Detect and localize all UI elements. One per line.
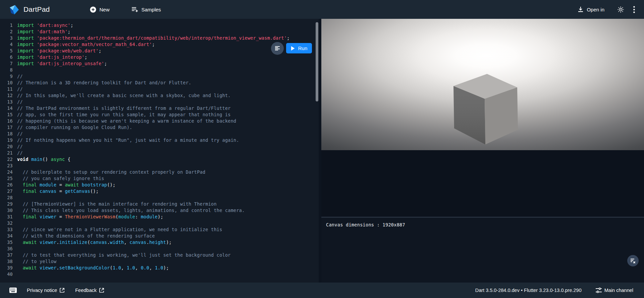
code-line[interactable]: 15// app, so the first time you run this… bbox=[0, 112, 319, 118]
code-text: final viewer = ThermionViewerWasm(module… bbox=[13, 214, 163, 220]
code-line[interactable]: 33 // since we're not in a Flutter appli… bbox=[0, 226, 319, 233]
privacy-notice-link[interactable]: Privacy notice bbox=[27, 288, 64, 293]
code-line[interactable]: 11// bbox=[0, 86, 319, 92]
code-line[interactable]: 37 // to test that everything is working… bbox=[0, 252, 319, 258]
code-text: // bbox=[13, 143, 23, 150]
code-line[interactable]: 36 bbox=[0, 246, 319, 252]
line-number: 6 bbox=[0, 54, 13, 60]
external-link-icon bbox=[60, 288, 64, 293]
code-text bbox=[13, 163, 17, 169]
code-text: // compiler running on Google Cloud Run)… bbox=[13, 124, 132, 131]
code-line[interactable]: 9// bbox=[0, 73, 319, 80]
code-line[interactable]: 30 // This class lets you load assets, l… bbox=[0, 207, 319, 214]
line-number: 13 bbox=[0, 99, 13, 105]
line-number: 19 bbox=[0, 137, 13, 143]
console-panel: Canvas dimensions : 644x298 bbox=[321, 218, 644, 283]
console-output-text: Canvas dimensions : 644x298 bbox=[326, 222, 405, 227]
line-number: 14 bbox=[0, 105, 13, 112]
code-line[interactable]: 18// bbox=[0, 131, 319, 137]
feedback-link[interactable]: Feedback bbox=[75, 288, 104, 293]
format-button[interactable] bbox=[271, 42, 284, 55]
code-line[interactable]: 8 bbox=[0, 67, 319, 73]
line-number: 1 bbox=[0, 22, 13, 29]
external-link-icon bbox=[99, 288, 104, 293]
code-line[interactable]: 10// Thermion is a 3D rendering toolkit … bbox=[0, 80, 319, 86]
code-text: // to test that everything is working, w… bbox=[13, 252, 231, 258]
code-text: // happening (this is because we aren't … bbox=[13, 118, 236, 124]
clear-console-button[interactable] bbox=[627, 255, 639, 266]
run-button[interactable]: Run bbox=[286, 43, 312, 53]
code-text: // This class lets you load assets, ligh… bbox=[13, 207, 245, 214]
code-line[interactable]: 34 // with the dimensions of the renderi… bbox=[0, 233, 319, 239]
code-line[interactable]: 17// compiler running on Google Cloud Ru… bbox=[0, 124, 319, 131]
code-text: // bbox=[13, 73, 23, 80]
code-line[interactable]: 25 // you can safely ignore this bbox=[0, 175, 319, 182]
code-line[interactable]: 24 // boilerplate to setup our rendering… bbox=[0, 169, 319, 175]
line-number: 12 bbox=[0, 92, 13, 99]
line-number: 36 bbox=[0, 246, 13, 252]
code-line[interactable]: 21// bbox=[0, 150, 319, 156]
top-bar: DartPad New Samples Open in bbox=[0, 0, 644, 19]
samples-button[interactable]: Samples bbox=[128, 4, 164, 14]
code-line[interactable]: 23 bbox=[0, 163, 319, 169]
open-in-button[interactable]: Open in bbox=[574, 4, 608, 14]
samples-button-label: Samples bbox=[141, 7, 161, 12]
keyboard-shortcuts-button[interactable] bbox=[9, 288, 17, 293]
code-line[interactable]: 7import 'dart:js_interop_unsafe'; bbox=[0, 60, 319, 67]
line-number: 18 bbox=[0, 131, 13, 137]
code-line[interactable]: 2import 'dart:math'; bbox=[0, 29, 319, 35]
code-text: void main() async { bbox=[13, 156, 70, 163]
code-line[interactable]: 12// In this sample, we'll create a basi… bbox=[0, 92, 319, 99]
code-text: import 'dart:js_interop'; bbox=[13, 54, 87, 60]
code-line[interactable]: 31 final viewer = ThermionViewerWasm(mod… bbox=[0, 214, 319, 220]
line-number: 27 bbox=[0, 188, 13, 195]
code-text bbox=[13, 271, 17, 278]
line-number: 37 bbox=[0, 252, 13, 258]
code-line[interactable]: 22void main() async { bbox=[0, 156, 319, 163]
code-line[interactable]: 27 final canvas = getCanvas(); bbox=[0, 188, 319, 195]
code-text: // to yellow bbox=[13, 258, 56, 265]
line-number: 35 bbox=[0, 239, 13, 246]
code-line[interactable]: 13// bbox=[0, 99, 319, 105]
line-number: 23 bbox=[0, 163, 13, 169]
new-button[interactable]: New bbox=[87, 4, 113, 15]
code-line[interactable]: 32 bbox=[0, 220, 319, 226]
code-line[interactable]: 38 // to yellow bbox=[0, 258, 319, 265]
code-editor[interactable]: 1import 'dart:async';2import 'dart:math'… bbox=[0, 19, 319, 283]
line-number: 31 bbox=[0, 214, 13, 220]
line-number: 25 bbox=[0, 175, 13, 182]
code-line[interactable]: 26 final module = await bootstrap(); bbox=[0, 182, 319, 188]
code-text: import 'package:web/web.dart'; bbox=[13, 48, 101, 54]
editor-scrollbar-thumb[interactable] bbox=[316, 22, 318, 101]
code-text: final canvas = getCanvas(); bbox=[13, 188, 99, 195]
code-text bbox=[13, 220, 17, 226]
line-number: 7 bbox=[0, 60, 13, 67]
panel-splitter[interactable] bbox=[319, 19, 321, 283]
code-text: // bbox=[13, 150, 23, 156]
code-line[interactable]: 28 bbox=[0, 195, 319, 201]
bottom-bar: Privacy notice Feedback Dart 3.5.0-284.0… bbox=[0, 283, 644, 298]
code-line[interactable]: 29 // [ThermionViewer] is the main inter… bbox=[0, 201, 319, 207]
code-line[interactable]: 20// bbox=[0, 143, 319, 150]
kebab-icon bbox=[633, 6, 635, 13]
code-line[interactable]: 6import 'dart:js_interop'; bbox=[0, 54, 319, 60]
overflow-menu-button[interactable] bbox=[627, 3, 641, 16]
format-align-icon bbox=[275, 46, 280, 51]
code-text: // bbox=[13, 86, 23, 92]
code-line[interactable]: 35 await viewer.initialize(canvas.width,… bbox=[0, 239, 319, 246]
line-number: 3 bbox=[0, 35, 13, 41]
code-text: // boilerplate to setup our rendering co… bbox=[13, 169, 205, 175]
code-line[interactable]: 16// happening (this is because we aren'… bbox=[0, 118, 319, 124]
samples-icon bbox=[131, 6, 138, 12]
channel-selector-button[interactable]: Main channel bbox=[596, 288, 633, 293]
line-number: 29 bbox=[0, 201, 13, 207]
code-line[interactable]: 1import 'dart:async'; bbox=[0, 22, 319, 29]
code-lines-container: 1import 'dart:async';2import 'dart:math'… bbox=[0, 19, 319, 283]
code-line[interactable]: 3import 'package:thermion_dart/thermion_… bbox=[0, 35, 319, 41]
open-in-label: Open in bbox=[587, 7, 604, 12]
theme-toggle-button[interactable] bbox=[614, 3, 627, 16]
code-line[interactable]: 40 bbox=[0, 271, 319, 278]
code-line[interactable]: 14// The DartPad environment is slightly… bbox=[0, 105, 319, 112]
code-line[interactable]: 19// If nothing happens when you hit "Ru… bbox=[0, 137, 319, 143]
code-line[interactable]: 39 await viewer.setBackgroundColor(1.0, … bbox=[0, 265, 319, 271]
